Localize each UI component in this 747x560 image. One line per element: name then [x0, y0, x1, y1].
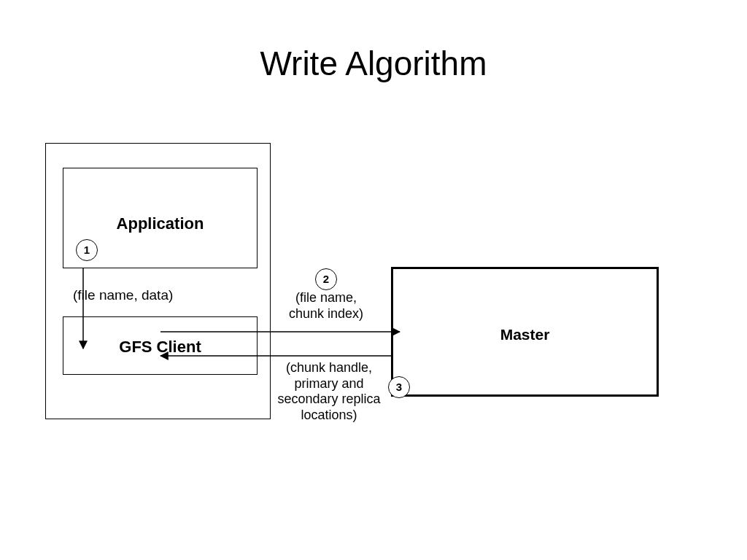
step-3-circle: 3 — [388, 376, 410, 398]
slide: Write Algorithm Application GFS Client M… — [0, 0, 747, 560]
gfs-client-label: GFS Client — [63, 338, 258, 357]
edge-2-label: (file name, chunk index) — [279, 290, 374, 322]
edge-3-label: (chunk handle, primary and secondary rep… — [274, 360, 384, 423]
slide-title: Write Algorithm — [0, 44, 747, 83]
step-1-circle: 1 — [76, 239, 98, 261]
master-label: Master — [391, 325, 659, 343]
application-label: Application — [63, 214, 258, 233]
step-2-circle: 2 — [315, 268, 337, 290]
edge-1-label: (file name, data) — [73, 287, 219, 304]
